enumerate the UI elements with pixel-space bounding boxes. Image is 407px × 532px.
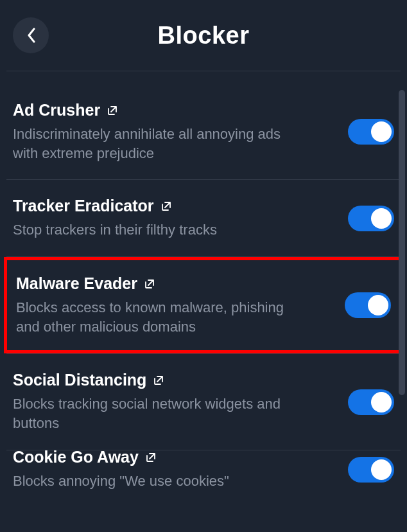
- setting-title: Social Distancing: [13, 371, 146, 389]
- external-link-icon: [153, 375, 164, 386]
- scrollbar[interactable]: [399, 90, 405, 395]
- external-link-icon: [144, 278, 155, 290]
- setting-desc: Blocks access to known malware, phishing…: [16, 298, 299, 336]
- setting-text: Ad Crusher Indiscriminately annihilate a…: [13, 101, 336, 163]
- setting-text: Cookie Go Away Blocks annoying "We use c…: [13, 450, 336, 489]
- setting-text: Tracker Eradicator Stop trackers in thei…: [13, 197, 336, 240]
- setting-title: Malware Evader: [16, 274, 137, 293]
- setting-title-line[interactable]: Ad Crusher: [13, 101, 336, 120]
- setting-toggle-tracker-eradicator[interactable]: [348, 206, 394, 231]
- setting-title-line[interactable]: Social Distancing: [13, 371, 336, 389]
- setting-row-cookie-go-away: Cookie Go Away Blocks annoying "We use c…: [0, 450, 407, 489]
- external-link-icon: [160, 200, 172, 212]
- header: Blocker: [0, 0, 407, 71]
- setting-text: Social Distancing Blocks tracking social…: [13, 371, 336, 432]
- setting-title-line[interactable]: Tracker Eradicator: [13, 197, 336, 215]
- setting-toggle-social-distancing[interactable]: [348, 389, 394, 415]
- setting-title: Ad Crusher: [13, 101, 100, 120]
- setting-title: Cookie Go Away: [13, 450, 139, 467]
- chevron-left-icon: [26, 28, 35, 43]
- setting-toggle-malware-evader[interactable]: [345, 292, 391, 318]
- setting-desc: Indiscriminately annihilate all annoying…: [13, 125, 295, 163]
- external-link-icon: [145, 452, 157, 463]
- page-title: Blocker: [0, 22, 407, 49]
- highlighted-setting: Malware Evader Blocks access to known ma…: [4, 257, 403, 353]
- setting-desc: Blocks tracking social network widgets a…: [13, 395, 295, 432]
- setting-row-malware-evader: Malware Evader Blocks access to known ma…: [7, 260, 400, 350]
- setting-row-ad-crusher: Ad Crusher Indiscriminately annihilate a…: [0, 84, 407, 179]
- settings-list: Ad Crusher Indiscriminately annihilate a…: [0, 71, 407, 489]
- setting-title: Tracker Eradicator: [13, 197, 154, 215]
- setting-desc: Stop trackers in their filthy tracks: [13, 220, 295, 240]
- setting-title-line[interactable]: Cookie Go Away: [13, 450, 336, 467]
- back-button[interactable]: [13, 17, 49, 53]
- setting-desc: Blocks annoying "We use cookies": [13, 472, 295, 488]
- setting-row-social-distancing: Social Distancing Blocks tracking social…: [0, 354, 407, 449]
- setting-row-tracker-eradicator: Tracker Eradicator Stop trackers in thei…: [0, 180, 407, 256]
- setting-title-line[interactable]: Malware Evader: [16, 274, 333, 293]
- external-link-icon: [107, 105, 118, 116]
- setting-toggle-ad-crusher[interactable]: [348, 119, 394, 145]
- setting-toggle-cookie-go-away[interactable]: [348, 457, 394, 483]
- setting-text: Malware Evader Blocks access to known ma…: [16, 274, 333, 336]
